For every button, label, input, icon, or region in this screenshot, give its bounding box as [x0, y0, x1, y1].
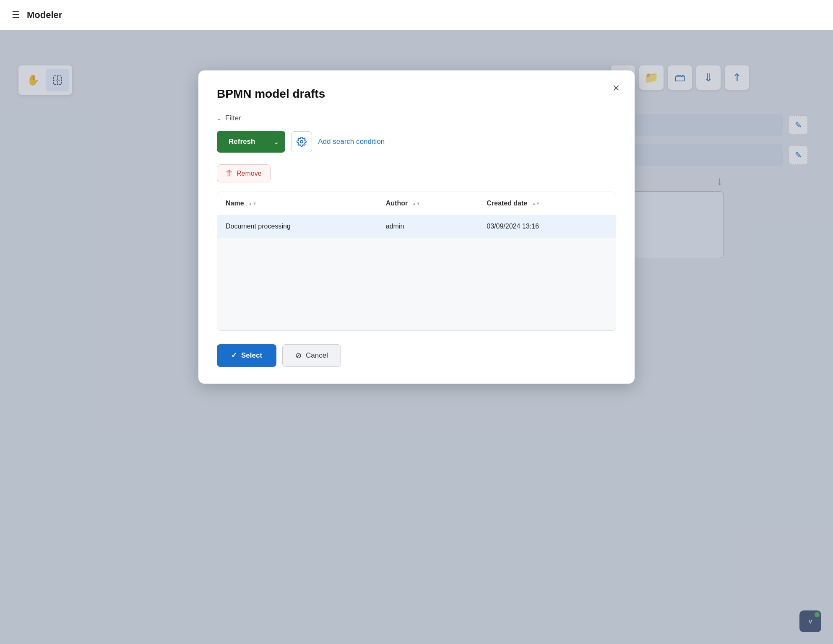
filter-label: Filter — [225, 114, 241, 122]
filter-toggle[interactable]: ⌄ Filter — [217, 114, 616, 122]
add-condition-button[interactable]: Add search condition — [318, 138, 385, 146]
table-row[interactable]: Document processing admin 03/09/2024 13:… — [217, 215, 616, 238]
settings-button[interactable] — [291, 131, 312, 152]
cancel-button[interactable]: ⊘ Cancel — [282, 344, 341, 367]
data-table-container: Name ▲▼ Author ▲▼ Created date ▲▼ — [217, 192, 616, 331]
data-table: Name ▲▼ Author ▲▼ Created date ▲▼ — [217, 192, 616, 330]
filter-chevron-icon: ⌄ — [217, 115, 222, 122]
col-author[interactable]: Author ▲▼ — [377, 192, 479, 215]
close-button[interactable]: × — [613, 82, 620, 94]
refresh-button-group: Refresh ⌄ — [217, 131, 285, 153]
bpmn-drafts-dialog: BPMN model drafts × ⌄ Filter Refresh ⌄ — [198, 70, 635, 384]
cancel-icon: ⊘ — [295, 351, 302, 360]
modal-overlay: BPMN model drafts × ⌄ Filter Refresh ⌄ — [0, 30, 833, 644]
sort-icon-author: ▲▼ — [412, 201, 421, 206]
remove-row: 🗑 Remove — [217, 164, 616, 182]
sort-icon-name: ▲▼ — [248, 201, 257, 206]
canvas-area: ✋ ☁ 📁 🗃 ⇓ ⇑ ✎ ✎ ↓ BPMN — [0, 30, 833, 644]
top-bar: ☰ Modeler — [0, 0, 833, 30]
refresh-button[interactable]: Refresh — [217, 131, 267, 153]
svg-point-3 — [300, 140, 303, 143]
dialog-title: BPMN model drafts — [217, 87, 616, 101]
remove-label: Remove — [237, 170, 262, 177]
cell-created-date: 03/09/2024 13:16 — [478, 215, 616, 238]
col-created-date[interactable]: Created date ▲▼ — [478, 192, 616, 215]
remove-button[interactable]: 🗑 Remove — [217, 164, 271, 182]
select-button[interactable]: ✓ Select — [217, 344, 276, 367]
cell-name: Document processing — [217, 215, 377, 238]
table-empty-space — [217, 238, 616, 330]
sort-icon-date: ▲▼ — [532, 201, 540, 206]
trash-icon: 🗑 — [226, 169, 233, 178]
table-header: Name ▲▼ Author ▲▼ Created date ▲▼ — [217, 192, 616, 215]
col-name[interactable]: Name ▲▼ — [217, 192, 377, 215]
cell-author: admin — [377, 215, 479, 238]
menu-icon[interactable]: ☰ — [12, 10, 20, 21]
refresh-dropdown-button[interactable]: ⌄ — [267, 131, 285, 153]
check-icon: ✓ — [231, 351, 237, 360]
filter-row: Refresh ⌄ Add search condition — [217, 131, 616, 153]
app-title: Modeler — [27, 10, 62, 21]
table-body: Document processing admin 03/09/2024 13:… — [217, 215, 616, 330]
dialog-footer: ✓ Select ⊘ Cancel — [217, 344, 616, 367]
